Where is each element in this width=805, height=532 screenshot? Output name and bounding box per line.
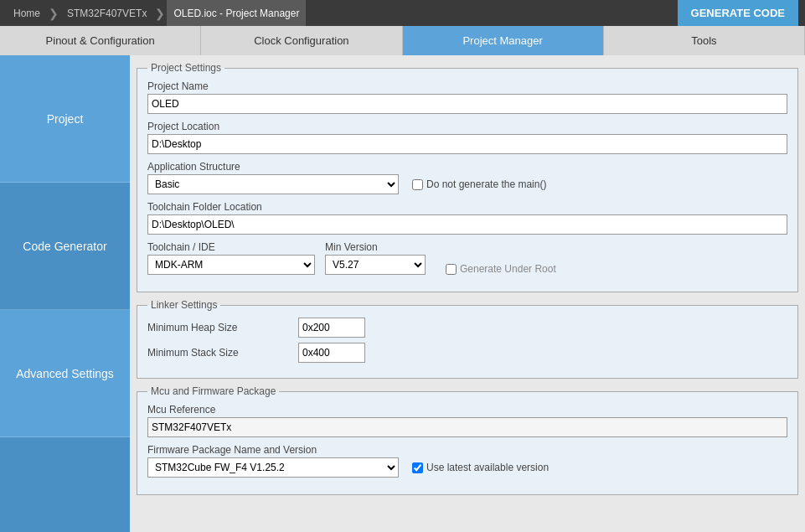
firmware-package-label: Firmware Package Name and Version (147, 444, 787, 456)
toolchain-ide-col: Toolchain / IDE MDK-ARM STM32CubeIDE Mak… (147, 241, 315, 275)
tab-pinout[interactable]: Pinout & Configuration (0, 26, 201, 55)
sidebar-item-code-generator[interactable]: Code Generator (0, 183, 130, 310)
application-structure-row: Application Structure Basic Advanced Do … (147, 161, 787, 194)
min-heap-label: Minimum Heap Size (147, 322, 298, 333)
project-settings-legend: Project Settings (147, 62, 224, 74)
min-stack-input[interactable] (298, 343, 365, 363)
tab-clock[interactable]: Clock Configuration (201, 26, 402, 55)
content-area: Project Settings Project Name Project Lo… (130, 55, 805, 532)
tab-tools[interactable]: Tools (604, 26, 805, 55)
min-stack-row: Minimum Stack Size (147, 343, 787, 363)
breadcrumb-arrow-2: ❯ (155, 7, 165, 20)
min-stack-label: Minimum Stack Size (147, 347, 298, 359)
project-name-label: Project Name (147, 80, 787, 92)
mcu-firmware-legend: Mcu and Firmware Package (147, 385, 279, 397)
breadcrumb-current[interactable]: OLED.ioc - Project Manager (167, 0, 306, 26)
project-settings-group: Project Settings Project Name Project Lo… (137, 62, 798, 292)
project-name-row: Project Name (147, 80, 787, 114)
min-version-label: Min Version (325, 241, 426, 253)
do-not-generate-main-row: Do not generate the main() (412, 178, 546, 190)
firmware-package-row: Firmware Package Name and Version STM32C… (147, 444, 787, 478)
sidebar-item-advanced-settings[interactable]: Advanced Settings (0, 310, 130, 437)
project-location-row: Project Location (147, 121, 787, 154)
min-heap-input[interactable] (298, 318, 365, 338)
generate-under-root-label: Generate Under Root (460, 263, 556, 275)
generate-code-button[interactable]: GENERATE CODE (678, 0, 798, 26)
mcu-reference-label: Mcu Reference (147, 404, 787, 416)
tab-project-manager[interactable]: Project Manager (403, 26, 604, 55)
do-not-generate-main-label: Do not generate the main() (426, 178, 546, 190)
toolchain-ide-row: Toolchain / IDE MDK-ARM STM32CubeIDE Mak… (147, 241, 787, 275)
breadcrumb-home[interactable]: Home (7, 0, 47, 26)
sidebar-item-empty (0, 437, 130, 532)
sidebar-item-project[interactable]: Project (0, 55, 130, 183)
breadcrumb-stm32[interactable]: STM32F407VETx (60, 0, 153, 26)
tab-bar: Pinout & Configuration Clock Configurati… (0, 26, 805, 55)
mcu-firmware-group: Mcu and Firmware Package Mcu Reference F… (137, 385, 798, 495)
project-location-label: Project Location (147, 121, 787, 132)
linker-settings-group: Linker Settings Minimum Heap Size Minimu… (137, 299, 798, 379)
min-version-col: Min Version V5.27 V5.36 V5.38 (325, 241, 426, 275)
application-structure-label: Application Structure (147, 161, 787, 173)
toolchain-ide-label: Toolchain / IDE (147, 241, 315, 253)
do-not-generate-main-checkbox[interactable] (412, 179, 423, 190)
generate-under-root-row: Generate Under Root (446, 263, 556, 275)
toolchain-folder-input[interactable] (147, 214, 787, 235)
breadcrumb-arrow-1: ❯ (49, 7, 59, 20)
min-heap-row: Minimum Heap Size (147, 318, 787, 338)
use-latest-version-checkbox[interactable] (412, 462, 423, 473)
mcu-reference-row: Mcu Reference (147, 404, 787, 437)
toolchain-folder-label: Toolchain Folder Location (147, 201, 787, 213)
top-bar: Home ❯ STM32F407VETx ❯ OLED.ioc - Projec… (0, 0, 805, 26)
firmware-package-select[interactable]: STM32Cube FW_F4 V1.25.2 (147, 457, 399, 478)
sidebar: Project Code Generator Advanced Settings (0, 55, 130, 532)
linker-settings-legend: Linker Settings (147, 299, 220, 311)
main-content: Project Code Generator Advanced Settings… (0, 55, 805, 532)
min-version-select[interactable]: V5.27 V5.36 V5.38 (325, 255, 426, 275)
mcu-reference-input[interactable] (147, 417, 787, 437)
toolchain-ide-select[interactable]: MDK-ARM STM32CubeIDE Makefile (147, 255, 315, 275)
project-name-input[interactable] (147, 94, 787, 114)
project-location-input[interactable] (147, 134, 787, 154)
toolchain-folder-row: Toolchain Folder Location (147, 201, 787, 235)
generate-under-root-checkbox[interactable] (446, 264, 457, 275)
use-latest-version-row: Use latest available version (412, 462, 549, 473)
application-structure-select[interactable]: Basic Advanced (147, 174, 399, 194)
use-latest-version-label: Use latest available version (426, 462, 549, 473)
